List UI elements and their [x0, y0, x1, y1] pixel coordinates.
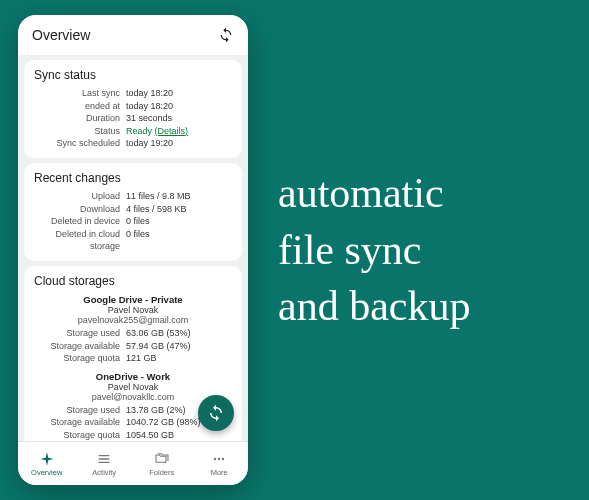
- phone-frame: Overview Sync status Last synctoday 18:2…: [18, 15, 248, 485]
- nav-more[interactable]: More: [191, 451, 249, 477]
- storage-user: Pavel Novak: [34, 382, 232, 392]
- row-last-sync: Last synctoday 18:20: [34, 87, 232, 100]
- sparkle-icon: [39, 451, 55, 467]
- storage-user: Pavel Novak: [34, 305, 232, 315]
- recent-changes-card: Recent changes Upload11 files / 9.8 MB D…: [24, 163, 242, 261]
- sync-fab[interactable]: [198, 395, 234, 431]
- svg-point-3: [214, 457, 216, 459]
- nav-folders[interactable]: Folders: [133, 451, 191, 477]
- marketing-text: automatic file sync and backup: [278, 165, 470, 335]
- storage-account[interactable]: Google Drive - Private Pavel Novak pavel…: [34, 294, 232, 365]
- content-scroll[interactable]: Sync status Last synctoday 18:20 ended a…: [18, 55, 248, 441]
- nav-overview[interactable]: Overview: [18, 451, 76, 477]
- nav-activity[interactable]: Activity: [76, 451, 134, 477]
- row-deleted-cloud: Deleted in cloud storage0 files: [34, 228, 232, 253]
- row-duration: Duration31 seconds: [34, 112, 232, 125]
- svg-point-5: [222, 457, 224, 459]
- marketing-panel: automatic file sync and backup: [248, 165, 589, 335]
- storage-name: Google Drive - Private: [34, 294, 232, 305]
- row-deleted-device: Deleted in device0 files: [34, 215, 232, 228]
- row-download: Download4 files / 598 KB: [34, 203, 232, 216]
- folders-icon: [154, 451, 170, 467]
- sync-status-title: Sync status: [34, 68, 232, 82]
- storage-email: pavelnovak255@gmail.com: [34, 315, 232, 325]
- app-header: Overview: [18, 15, 248, 55]
- row-ended-at: ended attoday 18:20: [34, 100, 232, 113]
- svg-point-4: [218, 457, 220, 459]
- dots-icon: [211, 451, 227, 467]
- list-icon: [96, 451, 112, 467]
- cloud-storages-title: Cloud storages: [34, 274, 232, 288]
- details-link[interactable]: (Details): [155, 126, 189, 136]
- status-value: Ready: [126, 126, 152, 136]
- bottom-nav: Overview Activity Folders More: [18, 441, 248, 485]
- sync-status-card: Sync status Last synctoday 18:20 ended a…: [24, 60, 242, 158]
- storage-name: OneDrive - Work: [34, 371, 232, 382]
- row-status: StatusReady (Details): [34, 125, 232, 138]
- row-scheduled: Sync scheduledtoday 19:20: [34, 137, 232, 150]
- sync-icon[interactable]: [218, 27, 234, 43]
- row-upload: Upload11 files / 9.8 MB: [34, 190, 232, 203]
- recent-changes-title: Recent changes: [34, 171, 232, 185]
- page-title: Overview: [32, 27, 90, 43]
